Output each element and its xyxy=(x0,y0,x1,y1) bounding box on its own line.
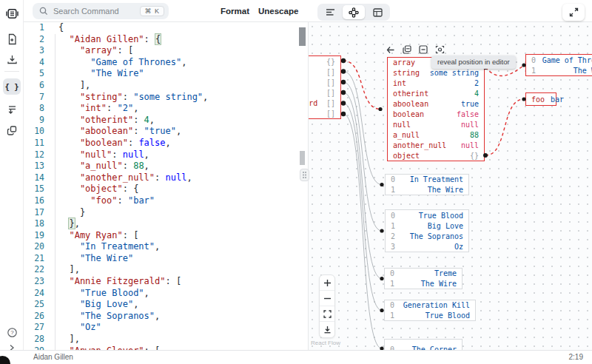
import-button[interactable] xyxy=(3,51,21,67)
line-number: 5 xyxy=(24,68,52,80)
editor-line-28[interactable]: 28 ], xyxy=(24,334,308,346)
node-row[interactable]: 0Generation Kill xyxy=(390,300,470,311)
line-number: 17 xyxy=(24,207,52,219)
node-row[interactable]: 0The Corner xyxy=(390,340,457,350)
editor-line-7[interactable]: 7 "string": "some string", xyxy=(24,92,308,104)
line-number: 2 xyxy=(24,34,52,46)
graph-node-alexander-skarsgard-array[interactable]: 0Generation Kill1True Blood xyxy=(384,300,476,321)
graph-node-clarke-peters-array[interactable]: 0The Corner xyxy=(384,339,462,350)
node-row[interactable]: 1The Wire xyxy=(390,279,457,289)
node-row[interactable]: Alexander Skarsgard[] xyxy=(308,98,335,108)
table-view-icon xyxy=(373,8,383,17)
graph-node-root-object[interactable]: Aidan Gillen{}Amy Ryan[]Annie Fitzgerald… xyxy=(308,55,341,119)
node-row[interactable]: nullnull xyxy=(393,119,479,129)
editor-line-1[interactable]: 1{ xyxy=(24,22,308,34)
node-row[interactable]: 0In Treatment xyxy=(391,175,463,185)
line-number: 14 xyxy=(24,172,52,184)
editor-line-27[interactable]: 27 "Oz" xyxy=(24,322,308,334)
node-row[interactable]: booleanfalse xyxy=(393,109,479,120)
node-row[interactable]: stringsome string xyxy=(393,68,479,78)
node-row[interactable]: abooleantrue xyxy=(393,99,479,109)
editor-line-20[interactable]: 20 "In Treatment", xyxy=(24,241,308,253)
graph-node-anwan-glover-array[interactable]: 0Treme1The Wire xyxy=(384,268,462,289)
node-row[interactable]: another_nullnull xyxy=(393,140,479,150)
json-code-editor[interactable]: 1{2 "Aidan Gillen": {3 "array": [4 "Game… xyxy=(24,22,308,350)
node-row[interactable]: a_null88 xyxy=(393,129,479,140)
editor-line-3[interactable]: 3 "array": [ xyxy=(24,45,308,57)
editor-line-24[interactable]: 24 "True Blood", xyxy=(24,288,308,300)
node-row[interactable]: Annie Fitzgerald[] xyxy=(308,77,335,87)
fullscreen-button[interactable] xyxy=(562,4,585,21)
node-row[interactable]: otherint4 xyxy=(393,89,479,99)
node-row[interactable]: Amy Ryan[] xyxy=(308,67,335,77)
editor-line-14[interactable]: 14 "another_null": null, xyxy=(24,172,308,184)
editor-line-18[interactable]: 18 }, xyxy=(24,218,308,230)
editor-line-12[interactable]: 12 "null": null, xyxy=(24,149,308,161)
table-view-tab[interactable] xyxy=(366,5,388,19)
editor-line-5[interactable]: 5 "The Wire" xyxy=(24,68,308,80)
search-input[interactable]: Search Command ⌘ K xyxy=(33,3,169,19)
json-editor-button[interactable]: { } xyxy=(3,78,21,95)
nodes-button[interactable] xyxy=(3,122,21,138)
editor-line-17[interactable]: 17 } xyxy=(24,207,308,219)
back-icon[interactable] xyxy=(386,46,395,54)
node-row[interactable]: Anwan Glover[] xyxy=(308,87,335,98)
node-row[interactable]: object{} xyxy=(393,150,479,161)
focus-node-icon[interactable] xyxy=(435,45,445,54)
node-row[interactable]: 0Game of Thrones xyxy=(531,55,592,65)
collapse-node-icon[interactable] xyxy=(419,45,428,54)
node-row[interactable]: 0Treme xyxy=(390,269,457,279)
app-logo[interactable] xyxy=(3,5,21,21)
node-row[interactable]: 0True Blood xyxy=(391,210,463,220)
editor-line-22[interactable]: 22 ], xyxy=(24,264,308,276)
graph-view-tab[interactable] xyxy=(343,5,365,19)
editor-line-21[interactable]: 21 "The Wire" xyxy=(24,253,308,265)
editor-line-26[interactable]: 26 "The Sopranos", xyxy=(24,311,308,323)
graph-node-aidan-array[interactable]: 0Game of Thrones1The Wire xyxy=(525,54,592,76)
node-row[interactable]: Aidan Gillen{} xyxy=(308,56,335,67)
node-row[interactable]: 3Oz xyxy=(391,241,463,252)
editor-line-8[interactable]: 8 "int": "2", xyxy=(24,103,308,115)
node-row[interactable]: 2The Sopranos xyxy=(391,231,463,241)
node-row[interactable]: int2 xyxy=(393,78,479,89)
editor-line-6[interactable]: 6 ], xyxy=(24,80,308,92)
editor-line-10[interactable]: 10 "aboolean": "true", xyxy=(24,126,308,138)
editor-line-23[interactable]: 23 "Annie Fitzgerald": [ xyxy=(24,276,308,288)
editor-line-9[interactable]: 9 "otherint": 4, xyxy=(24,115,308,127)
editor-line-4[interactable]: 4 "Game of Thrones", xyxy=(24,57,308,69)
panel-drag-handle[interactable] xyxy=(300,169,309,181)
editor-line-25[interactable]: 25 "Big Love", xyxy=(24,299,308,311)
node-row[interactable]: Clarke Peters[] xyxy=(308,108,335,118)
node-row[interactable]: 1True Blood xyxy=(390,311,470,321)
format-button[interactable]: Format xyxy=(221,0,249,22)
node-row[interactable]: 1Big Love xyxy=(391,220,463,231)
node-row[interactable]: 1The Wire xyxy=(531,65,592,75)
zoom-in-button[interactable] xyxy=(320,275,334,291)
graph-node-amy-ryan-array[interactable]: 0In Treatment1The Wire xyxy=(385,174,469,195)
graph-node-foo-object[interactable]: foobar xyxy=(525,92,556,106)
fit-view-button[interactable] xyxy=(320,306,334,322)
graph-node-aidan-gillen-object[interactable]: array[]stringsome stringint2otherint4abo… xyxy=(387,57,485,161)
duplicate-icon[interactable] xyxy=(403,45,411,54)
graph-canvas[interactable]: Aidan Gillen{}Amy Ryan[]Annie Fitzgerald… xyxy=(308,22,592,350)
node-row[interactable]: foobar xyxy=(531,93,551,105)
new-document-button[interactable] xyxy=(3,31,21,47)
text-view-tab[interactable] xyxy=(319,5,341,19)
help-button[interactable]: ? xyxy=(3,324,21,340)
editor-line-11[interactable]: 11 "boolean": false, xyxy=(24,138,308,149)
graph-node-annie-fitzgerald-array[interactable]: 0True Blood1Big Love2The Sopranos3Oz xyxy=(385,209,469,252)
transform-button[interactable] xyxy=(3,101,21,118)
editor-line-2[interactable]: 2 "Aidan Gillen": { xyxy=(24,34,308,46)
row-value: true xyxy=(461,100,479,108)
editor-line-19[interactable]: 19 "Amy Ryan": [ xyxy=(24,230,308,242)
row-value: some string xyxy=(430,69,479,77)
editor-line-13[interactable]: 13 "a_null": 88, xyxy=(24,161,308,172)
editor-line-16[interactable]: 16 "foo": "bar" xyxy=(24,195,308,207)
editor-line-15[interactable]: 15 "object": { xyxy=(24,183,308,195)
download-image-button[interactable] xyxy=(320,322,334,337)
unescape-button[interactable]: Unescape xyxy=(258,0,298,22)
row-key: null xyxy=(393,121,411,129)
node-row[interactable]: 1The Wire xyxy=(391,185,463,195)
zoom-out-button[interactable] xyxy=(320,291,334,306)
editor-scrollbar[interactable] xyxy=(299,27,306,46)
